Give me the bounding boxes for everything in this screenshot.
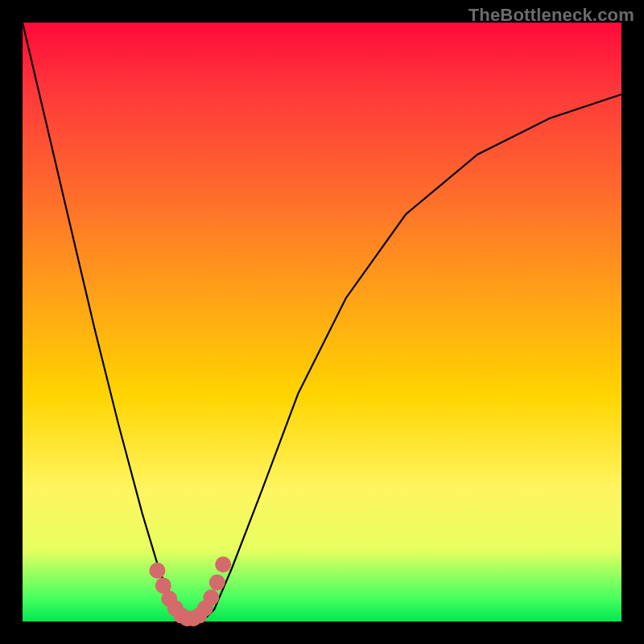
bottleneck-curve <box>23 23 621 621</box>
marker-dot <box>203 589 219 605</box>
marker-dot <box>149 563 165 579</box>
marker-dot <box>209 575 225 591</box>
plot-svg <box>23 23 621 621</box>
marker-dot <box>215 556 231 572</box>
marker-band <box>149 556 231 626</box>
